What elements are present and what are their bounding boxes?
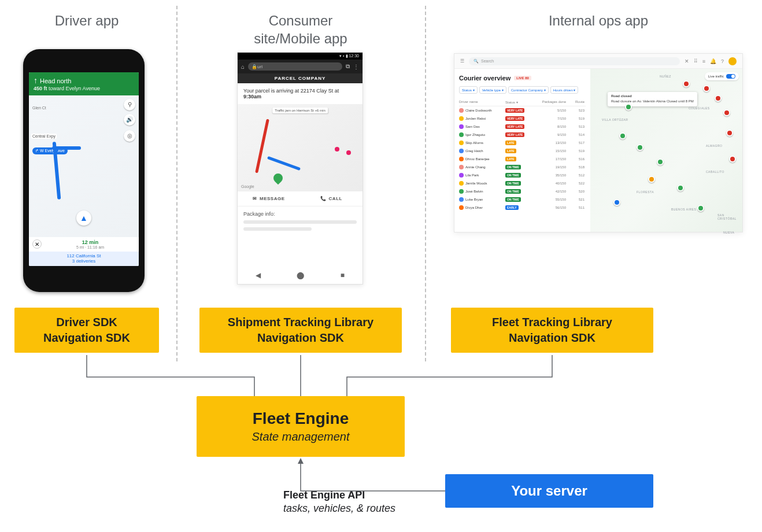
status-badge: LATE bbox=[505, 141, 516, 145]
table-row[interactable]: Jorden RaksiVERY LATE7/150519 bbox=[459, 114, 586, 123]
packages-cell: 15/150 bbox=[534, 149, 566, 153]
status-time: 12:30 bbox=[349, 54, 359, 58]
search-icon[interactable]: ⚲ bbox=[124, 99, 135, 110]
map-pin[interactable] bbox=[648, 176, 655, 183]
message-button[interactable]: ✉MESSAGE bbox=[238, 191, 300, 206]
placeholder-bar bbox=[243, 227, 312, 231]
sdk-line: Navigation SDK bbox=[205, 330, 396, 346]
driver-name: Lila Park bbox=[465, 173, 479, 177]
destination-bar: 112 California St 3 deliveries bbox=[29, 252, 139, 266]
recent-icon[interactable]: ■ bbox=[341, 271, 345, 279]
map-pin[interactable] bbox=[723, 109, 730, 116]
map-pin[interactable] bbox=[703, 85, 710, 92]
status-badge: ON TIME bbox=[505, 197, 521, 202]
table-row[interactable]: Greg HatchLATE15/150519 bbox=[459, 147, 586, 155]
table-row[interactable]: Jamila WoodsON TIME40/150522 bbox=[459, 179, 586, 187]
navigation-banner: ↑Head north 450 ft toward Evelyn Avenue bbox=[29, 72, 139, 95]
map-pin[interactable] bbox=[619, 132, 626, 139]
map-tooltip: Road closed Road closure on Av. Valentín… bbox=[608, 92, 697, 106]
route-cell: 517 bbox=[566, 141, 585, 145]
driver-name: Divya Dhar bbox=[465, 206, 483, 209]
filter-icon[interactable]: ≡ bbox=[702, 58, 705, 64]
map-pin[interactable] bbox=[726, 130, 733, 136]
avatar bbox=[459, 189, 464, 194]
toggle-icon bbox=[726, 74, 735, 79]
table-row[interactable]: Luke BryanON TIME55/150521 bbox=[459, 195, 586, 204]
col-header[interactable]: Driver name bbox=[459, 100, 505, 104]
map-pin[interactable] bbox=[625, 104, 632, 110]
map-pin[interactable] bbox=[637, 144, 643, 151]
more-icon[interactable]: ⋮ bbox=[353, 64, 359, 70]
filter-chip[interactable]: Status ▾ bbox=[459, 86, 478, 94]
map-pin[interactable] bbox=[677, 184, 684, 191]
table-row[interactable]: Annie ChangON TIME19/150518 bbox=[459, 163, 586, 171]
driver-name: Skip Allums bbox=[465, 141, 483, 145]
driver-name: Sam Das bbox=[465, 125, 480, 128]
svg-marker-0 bbox=[298, 458, 304, 464]
close-icon[interactable]: ✕ bbox=[32, 239, 42, 249]
status-badge: LATE bbox=[505, 157, 516, 161]
map-pin[interactable] bbox=[697, 205, 704, 212]
back-icon[interactable]: ◀ bbox=[256, 271, 261, 279]
table-row[interactable]: Sam DasVERY LATE8/150513 bbox=[459, 123, 586, 131]
search-input[interactable]: 🔍Search bbox=[469, 57, 680, 65]
table-row[interactable]: Igor ZhagotoVERY LATE9/150514 bbox=[459, 131, 586, 139]
close-icon[interactable]: ✕ bbox=[685, 58, 689, 64]
bell-icon[interactable]: 🔔 bbox=[710, 58, 716, 64]
menu-icon[interactable]: ☰ bbox=[460, 58, 464, 64]
map-pin[interactable] bbox=[729, 156, 736, 162]
map-region-label: COLEGIALES bbox=[689, 106, 710, 110]
avatar bbox=[459, 149, 464, 153]
filter-chip[interactable]: Vehicle type ▾ bbox=[479, 86, 506, 94]
apps-icon[interactable]: ⠿ bbox=[694, 58, 698, 64]
street-label: Central Expy bbox=[31, 134, 57, 139]
home-nav-icon[interactable]: ⬤ bbox=[297, 271, 304, 279]
tabs-icon[interactable]: ⧉ bbox=[346, 63, 350, 70]
route-cell: 522 bbox=[566, 182, 585, 185]
column-separator bbox=[425, 6, 426, 361]
table-row[interactable]: Lila ParkON TIME35/150512 bbox=[459, 171, 586, 179]
live-badge: LIVE 80 bbox=[514, 76, 531, 80]
status-badge: VERY LATE bbox=[505, 124, 524, 129]
phone-status-bar: ▾ ▪ ▮ 12:30 bbox=[238, 53, 362, 60]
table-row[interactable]: Divya DharEARLY56/150511 bbox=[459, 204, 586, 212]
your-server-box: Your server bbox=[445, 474, 653, 508]
live-traffic-toggle[interactable]: Live traffic bbox=[705, 72, 739, 80]
nav-instruction: Head north bbox=[40, 77, 71, 84]
col-header[interactable]: Packages done bbox=[534, 100, 566, 104]
map-pin[interactable] bbox=[657, 158, 664, 165]
col-header[interactable]: Route bbox=[566, 100, 585, 104]
driver-name: Luke Bryan bbox=[465, 198, 483, 201]
packages-cell: 42/150 bbox=[534, 190, 566, 193]
map-pin[interactable] bbox=[683, 80, 690, 87]
packages-cell: 13/150 bbox=[534, 141, 566, 145]
tooltip-title: Road closed bbox=[611, 94, 694, 99]
map-pin[interactable] bbox=[613, 199, 620, 206]
call-button[interactable]: 📞CALL bbox=[300, 191, 362, 206]
driver-name: Jamila Woods bbox=[465, 182, 487, 185]
table-row[interactable]: Dhruv BanerjeeLATE17/150516 bbox=[459, 155, 586, 163]
route-line-blue bbox=[267, 156, 301, 171]
route-cell: 512 bbox=[566, 173, 585, 177]
filter-chip[interactable]: Hours driven ▾ bbox=[550, 86, 579, 94]
filter-row: Status ▾Vehicle type ▾Contractor Company… bbox=[459, 86, 586, 94]
driver-name: Greg Hatch bbox=[465, 149, 483, 153]
table-row[interactable]: Claire DuckworthVERY LATE5/150523 bbox=[459, 106, 586, 114]
sdk-line: Shipment Tracking Library bbox=[205, 315, 396, 330]
table-row[interactable]: Skip AllumsLATE13/150517 bbox=[459, 139, 586, 147]
map-region-label: NUÑEZ bbox=[660, 75, 671, 78]
col-header[interactable]: Status ▾ bbox=[505, 100, 534, 104]
compass-icon[interactable]: ◎ bbox=[124, 130, 135, 142]
sdk-line: Driver SDK bbox=[20, 315, 153, 330]
url-input[interactable]: 🔒 url bbox=[248, 62, 342, 71]
table-row[interactable]: José BalvinON TIME42/150520 bbox=[459, 187, 586, 195]
home-icon[interactable]: ⌂ bbox=[241, 64, 245, 70]
volume-icon[interactable]: 🔊 bbox=[124, 114, 135, 125]
avatar[interactable] bbox=[728, 57, 737, 65]
filter-chip[interactable]: Contractor Company ▾ bbox=[508, 86, 549, 94]
packages-cell: 8/150 bbox=[534, 125, 566, 128]
route-cell: 519 bbox=[566, 117, 585, 120]
help-icon[interactable]: ? bbox=[721, 58, 724, 64]
avatar bbox=[459, 165, 464, 169]
map-pin[interactable] bbox=[715, 95, 722, 102]
